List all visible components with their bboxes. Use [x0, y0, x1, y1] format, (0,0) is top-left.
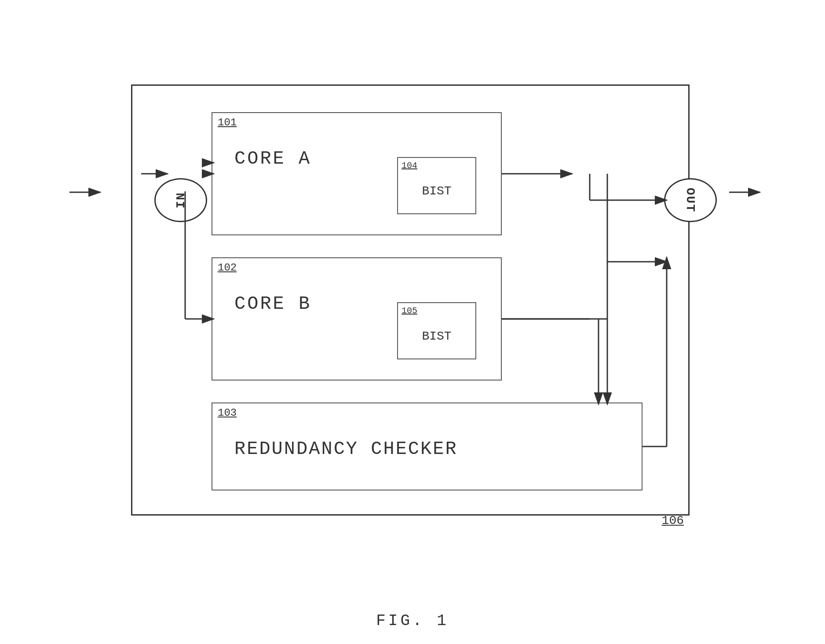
core-a-label: CORE A: [234, 148, 311, 169]
redundancy-id: 103: [218, 407, 237, 419]
core-a-box: 101 CORE A 104 BIST: [212, 112, 502, 235]
core-b-id: 102: [218, 262, 237, 274]
bist-a-box: 104 BIST: [397, 157, 476, 214]
redundancy-label: REDUNDANCY CHECKER: [234, 439, 458, 460]
diagram-area: 106 IN OUT 101 CORE A 104 BIST: [61, 67, 764, 595]
outer-box-106: 106 IN OUT 101 CORE A 104 BIST: [131, 84, 690, 516]
core-b-box: 102 CORE B 105 BIST: [212, 257, 502, 381]
bist-a-id: 104: [402, 161, 417, 171]
redundancy-box: 103 REDUNDANCY CHECKER: [212, 402, 642, 490]
bist-a-label: BIST: [398, 184, 475, 198]
figure-caption: FIG. 1: [376, 612, 449, 630]
core-a-id: 101: [218, 117, 237, 128]
outer-box-label: 106: [662, 514, 684, 527]
bist-b-label: BIST: [398, 329, 475, 343]
bist-b-box: 105 BIST: [397, 302, 476, 359]
out-circle: OUT: [664, 178, 717, 222]
in-circle: IN: [154, 178, 207, 222]
core-b-label: CORE B: [234, 293, 311, 315]
page-container: 106 IN OUT 101 CORE A 104 BIST: [9, 9, 816, 644]
bist-b-id: 105: [402, 306, 417, 316]
